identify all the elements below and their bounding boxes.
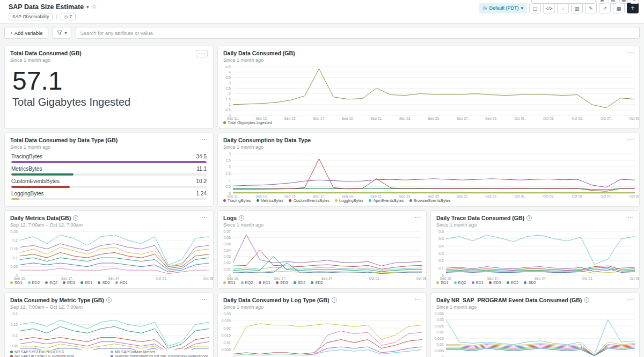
legend-item[interactable]: EQ2 xyxy=(454,280,466,285)
line-chart[interactable]: 00.10.20.30.40.50.6Sep 10,5:00pmSep 17,5… xyxy=(431,229,639,280)
tag-count[interactable]: ◇ 7 xyxy=(61,13,76,20)
legend-item[interactable]: Total Gigabytes Ingested xyxy=(223,120,272,125)
legend-item[interactable]: ED3 xyxy=(63,280,75,285)
add-button[interactable]: + xyxy=(627,3,639,13)
legend-item[interactable]: newrelic.goldenmetrics.ext.sap_transacti… xyxy=(111,354,208,357)
info-icon[interactable]: i xyxy=(239,215,244,221)
legend-item[interactable]: ED3 xyxy=(276,280,288,285)
bar-gauge-row[interactable]: CustomEventsBytes10.2 xyxy=(5,176,213,188)
grid-icon[interactable]: ▦ xyxy=(613,3,625,13)
filter-dropdown[interactable]: ▾ xyxy=(53,27,71,39)
legend-item[interactable]: ED1 xyxy=(80,280,93,285)
copy-icon[interactable]: ▣ xyxy=(598,0,606,4)
legend-item[interactable]: NR.SAP.DB.ORACLE.SystemEvent xyxy=(10,354,107,357)
legend-item[interactable]: SD1 xyxy=(436,280,449,285)
widget-menu-button[interactable]: ⋯ xyxy=(201,215,208,220)
legend-item[interactable]: LoggingBytes xyxy=(335,198,363,203)
widget-title: Daily NR_SAP_PROGRAM Event Data Consumed… xyxy=(436,297,589,303)
widget-menu-button[interactable]: ⋯ xyxy=(414,215,421,220)
line-chart[interactable]: 00.511.522.53Sep 11,5:00pmSep 13,5:00pmS… xyxy=(218,151,639,198)
widget-menu-button[interactable]: ⋯ xyxy=(414,297,421,302)
info-icon[interactable]: i xyxy=(526,215,532,221)
tag-sap-observability[interactable]: SAP Observability xyxy=(9,13,53,20)
legend-item[interactable]: ED3 xyxy=(489,280,501,285)
legend-item[interactable]: SD1 xyxy=(10,280,23,285)
edit-icon[interactable]: ✎ xyxy=(585,3,597,13)
bar-gauge-row[interactable]: LoggingBytes1.24 xyxy=(5,188,213,200)
chevron-down-icon[interactable]: ▾ xyxy=(86,4,89,10)
line-chart[interactable]: 00.511.522.533.544.5Sep 11,5:00pmSep 13,… xyxy=(218,64,639,120)
widget-menu-button[interactable]: ⋯ xyxy=(627,137,634,142)
code-icon[interactable]: </> xyxy=(543,3,555,13)
tag-separator: | xyxy=(56,14,57,19)
bar-label: LoggingBytes xyxy=(11,191,44,196)
legend-item[interactable]: SD2 xyxy=(294,280,306,285)
legend-item[interactable]: NR.SAP.SYSTEM.PROCESS xyxy=(10,350,107,354)
bar-value: 11.1 xyxy=(196,166,207,172)
info-icon[interactable]: i xyxy=(584,297,589,303)
widget-menu-button[interactable]: ⋯ xyxy=(627,215,634,220)
widget-menu-button[interactable]: ⋯ xyxy=(627,50,634,55)
widget-menu-button[interactable]: ⋯ xyxy=(201,297,208,302)
download-icon[interactable]: ↓ xyxy=(557,3,569,13)
legend-item[interactable]: MetricsBytes xyxy=(257,198,284,203)
legend-item[interactable]: CustomEventsBytes xyxy=(289,198,330,203)
legend-item[interactable]: ED1 xyxy=(472,280,484,285)
share-icon[interactable]: ↗ xyxy=(599,3,611,13)
legend-item[interactable]: ED2 xyxy=(28,280,40,285)
line-chart[interactable]: 00.050.10.150.20.25Sep 10,5:00pmSep 17,5… xyxy=(5,229,213,280)
legend-item[interactable]: EQ2 xyxy=(45,280,57,285)
menu-icon[interactable]: ≡ xyxy=(630,0,639,4)
favorite-star-icon[interactable]: ☆ xyxy=(92,3,97,10)
svg-text:Sep 24,5:00pm: Sep 24,5:00pm xyxy=(321,276,334,280)
columns-icon[interactable]: ▥ xyxy=(571,3,583,13)
search-input[interactable] xyxy=(76,27,640,39)
apps-icon[interactable]: ▦ xyxy=(619,0,628,4)
widget-menu-button[interactable]: ⋯ xyxy=(627,297,634,302)
legend-item[interactable]: SD1 xyxy=(223,280,236,285)
line-chart[interactable]: 00.010.020.030.040.050.060.07Sep 10,5:00… xyxy=(218,229,426,280)
legend-label: HD1 xyxy=(120,280,128,285)
legend-item[interactable]: HD1 xyxy=(115,280,128,285)
svg-text:Oct 05,5:00pm: Oct 05,5:00pm xyxy=(572,194,583,198)
svg-text:0.15: 0.15 xyxy=(10,247,18,251)
legend-item[interactable]: TracingBytes xyxy=(223,198,251,203)
widget-subtitle: Since 1 month ago xyxy=(223,304,337,310)
legend-label: EQ2 xyxy=(458,280,466,285)
legend-item[interactable]: ApmEventsBytes xyxy=(369,198,404,203)
svg-text:3: 3 xyxy=(229,152,231,156)
expand-icon[interactable]: ▤ xyxy=(609,0,617,4)
account-search-input[interactable] xyxy=(531,0,596,4)
bar-label: CustomEventsBytes xyxy=(11,178,60,184)
present-icon[interactable]: ▢ xyxy=(529,3,541,13)
legend-label: LoggingBytes xyxy=(339,198,363,203)
legend-dot xyxy=(111,355,113,357)
svg-text:Sep 25,5:00pm: Sep 25,5:00pm xyxy=(428,116,440,120)
info-icon[interactable]: i xyxy=(332,297,337,303)
bar-gauge-row[interactable]: MetricsBytes11.1 xyxy=(5,163,213,176)
svg-text:0: 0 xyxy=(229,355,231,356)
legend-item[interactable]: SD2 xyxy=(524,280,536,285)
widget-title: Total Data Consumed by Data Type (GB) xyxy=(10,137,118,143)
line-chart[interactable]: 00.050.10.150.2Sep 10,5:00pmSep 17,5:00p… xyxy=(5,311,213,349)
widget-daily-data-by-log-type: Daily Data Consumed by Log Type (GB)i Si… xyxy=(217,293,427,357)
widget-menu-button[interactable]: ⋯ xyxy=(201,137,208,142)
svg-text:Sep 25,5:00pm: Sep 25,5:00pm xyxy=(428,194,440,198)
line-chart[interactable]: 00.0050.010.0150.020.0250.03Sep 10,5:00p… xyxy=(218,311,426,355)
widget-total-by-data-type: Total Data Consumed by Data Type (GB) Si… xyxy=(4,133,214,207)
legend-item[interactable]: ED1 xyxy=(259,280,271,285)
time-picker[interactable]: ◷ Default (PDT) ▾ xyxy=(479,3,527,13)
legend-item[interactable]: SD2 xyxy=(98,280,110,285)
legend-item[interactable]: ED2 xyxy=(311,280,323,285)
info-icon[interactable]: i xyxy=(73,215,78,221)
legend-dot xyxy=(489,281,492,284)
bar-gauge-row[interactable]: TracingBytes34.5 xyxy=(5,151,213,163)
info-icon[interactable]: i xyxy=(106,297,112,303)
legend-item[interactable]: BrowserEventsBytes xyxy=(409,198,451,203)
line-chart[interactable]: 00.0050.010.0150.020.0250.030.035Sep 10,… xyxy=(431,311,639,357)
legend-item[interactable]: EQ2 xyxy=(241,280,253,285)
legend-item[interactable]: NR.SAP.SolMan.Metrics xyxy=(111,350,208,354)
legend-item[interactable]: ED2 xyxy=(507,280,519,285)
add-variable-button[interactable]: + Add variable xyxy=(4,27,48,39)
widget-menu-button[interactable]: ⋯ xyxy=(196,50,208,57)
